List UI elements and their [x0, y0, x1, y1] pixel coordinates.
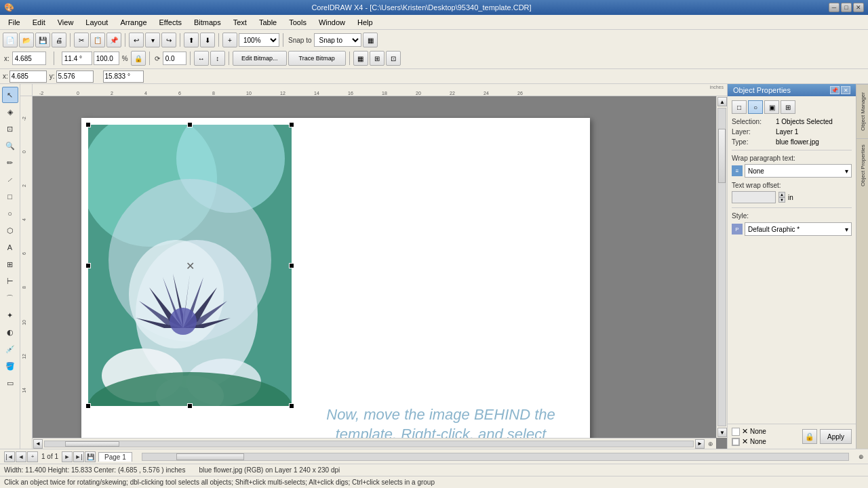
hscroll-thumb[interactable]: [65, 441, 119, 447]
open-button[interactable]: 📂: [19, 33, 34, 47]
panel-tab-rect[interactable]: □: [732, 100, 747, 114]
copy-button[interactable]: 📋: [90, 33, 105, 47]
rectangle-tool[interactable]: □: [2, 188, 18, 205]
image-container[interactable]: ✕: [88, 125, 292, 406]
fill-tool[interactable]: 🪣: [2, 358, 18, 374]
ellipse-tool[interactable]: ○: [2, 205, 18, 222]
menu-layout[interactable]: Layout: [80, 17, 113, 28]
zoom-tool[interactable]: 🔍: [2, 138, 18, 154]
handle-bot-left[interactable]: [85, 403, 91, 409]
angle-input[interactable]: [163, 52, 186, 65]
crop-tool[interactable]: ⊡: [2, 121, 18, 137]
undo-button[interactable]: ↩: [129, 33, 144, 47]
maximize-button[interactable]: □: [841, 3, 852, 12]
vscroll-thumb[interactable]: [718, 129, 726, 183]
panel-close[interactable]: ✕: [841, 86, 850, 94]
shape-tool[interactable]: ◈: [2, 104, 18, 120]
prev-page-btn[interactable]: ◄: [16, 451, 26, 462]
trace-bitmap-button[interactable]: Trace Bitmap: [288, 51, 346, 66]
menu-effects[interactable]: Effects: [154, 17, 187, 28]
handle-bot-mid[interactable]: [187, 403, 193, 409]
wrap-dropdown[interactable]: None ▾: [745, 164, 852, 178]
close-button[interactable]: ✕: [853, 3, 864, 12]
save-page-btn[interactable]: 💾: [85, 451, 96, 462]
panel-tab-color[interactable]: ▣: [764, 100, 779, 114]
minimize-button[interactable]: ─: [829, 3, 840, 12]
snap-to-dropdown[interactable]: Snap to: [314, 33, 361, 47]
effects-tool[interactable]: ✦: [2, 307, 18, 323]
apply-button[interactable]: Apply: [820, 429, 852, 444]
last-page-btn[interactable]: ►|: [73, 451, 84, 462]
next-page-btn[interactable]: ►: [62, 451, 73, 462]
handle-bot-right[interactable]: [289, 403, 294, 409]
lock-button[interactable]: 🔒: [802, 429, 817, 444]
style-dropdown[interactable]: Default Graphic * ▾: [745, 222, 852, 236]
snap-options-button[interactable]: ▦: [363, 33, 378, 47]
menu-bitmaps[interactable]: Bitmaps: [189, 17, 226, 28]
stroke-color-box[interactable]: [732, 438, 740, 446]
handle-mid-right[interactable]: [289, 263, 294, 268]
edit-bitmap-button[interactable]: Edit Bitmap...: [233, 51, 287, 66]
menu-tools[interactable]: Tools: [283, 17, 312, 28]
flip-v-button[interactable]: ↕: [210, 51, 225, 66]
outline-tool[interactable]: ▭: [2, 375, 18, 391]
select-tool[interactable]: ↖: [2, 87, 18, 103]
export-button[interactable]: ⬇: [200, 33, 215, 47]
menu-text[interactable]: Text: [228, 17, 252, 28]
hscrollbar-bottom[interactable]: [142, 453, 849, 461]
text-tool[interactable]: A: [2, 239, 18, 256]
vscroll-track[interactable]: [717, 108, 726, 426]
offset-down[interactable]: ▼: [778, 197, 785, 203]
dimension-tool[interactable]: ⊢: [2, 273, 18, 289]
import-button[interactable]: ⬆: [184, 33, 199, 47]
redo-button[interactable]: ↪: [161, 33, 176, 47]
vscroll-down[interactable]: ▼: [717, 428, 727, 437]
view-zoom-btn[interactable]: ⊕: [859, 453, 864, 460]
handle-top-right[interactable]: [289, 122, 294, 127]
zoom-in-button[interactable]: +: [222, 33, 237, 47]
menu-view[interactable]: View: [52, 17, 79, 28]
vscroll-up[interactable]: ▲: [717, 97, 727, 106]
offset-input[interactable]: [732, 191, 776, 203]
cut-button[interactable]: ✂: [74, 33, 89, 47]
hscroll-right[interactable]: ►: [695, 439, 705, 449]
side-tab-object-manager[interactable]: Object Manager: [856, 84, 868, 138]
first-page-btn[interactable]: |◄: [4, 451, 15, 462]
lock-ratio-button[interactable]: 🔒: [131, 51, 146, 66]
menu-table[interactable]: Table: [254, 17, 282, 28]
y-input[interactable]: [56, 70, 94, 83]
eyedropper-tool[interactable]: 💉: [2, 341, 18, 357]
flip-h-button[interactable]: ↔: [194, 51, 209, 66]
smart-tool[interactable]: ⟋: [2, 171, 18, 188]
bitmap-extra-button[interactable]: ⊡: [386, 51, 401, 66]
width-num-input[interactable]: [94, 52, 119, 65]
paste-button[interactable]: 📌: [106, 33, 121, 47]
w-input[interactable]: [103, 70, 144, 83]
connector-tool[interactable]: ⌒: [2, 290, 18, 306]
save-button[interactable]: 💾: [35, 33, 50, 47]
hscroll-thumb-bottom[interactable]: [176, 453, 244, 460]
fill-color-box[interactable]: [732, 428, 740, 436]
table-tool[interactable]: ⊞: [2, 256, 18, 272]
panel-tab-grid[interactable]: ⊞: [781, 100, 795, 114]
transparency-tool[interactable]: ◐: [2, 324, 18, 340]
panel-pin[interactable]: 📌: [830, 86, 840, 94]
menu-edit[interactable]: Edit: [27, 17, 51, 28]
hscroll-track[interactable]: [44, 441, 694, 447]
undo-dropdown[interactable]: ▾: [145, 33, 160, 47]
menu-arrange[interactable]: Arrange: [115, 17, 152, 28]
page-tab[interactable]: Page 1: [98, 452, 132, 462]
polygon-tool[interactable]: ⬡: [2, 222, 18, 239]
add-page-btn[interactable]: +: [27, 451, 38, 462]
freehand-tool[interactable]: ✏: [2, 155, 18, 171]
hscroll-left[interactable]: ◄: [33, 439, 43, 449]
menu-window[interactable]: Window: [313, 17, 351, 28]
side-tab-object-properties[interactable]: Object Properties: [856, 138, 868, 192]
new-button[interactable]: 📄: [3, 33, 18, 47]
menu-help[interactable]: Help: [352, 17, 378, 28]
x-input[interactable]: [9, 70, 47, 83]
zoom-fit-button[interactable]: ⊕: [705, 439, 716, 449]
width-input[interactable]: [62, 52, 92, 65]
menu-file[interactable]: File: [3, 17, 26, 28]
handle-top-left[interactable]: [85, 122, 91, 127]
